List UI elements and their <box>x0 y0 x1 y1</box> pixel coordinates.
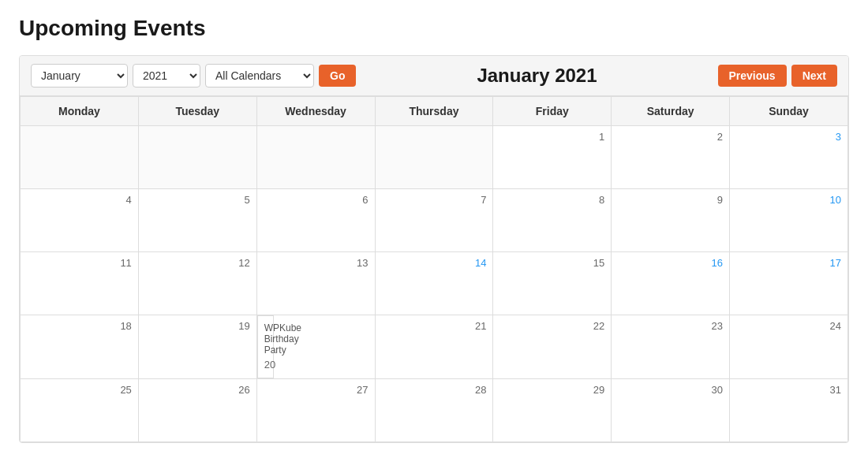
calendar-cell <box>375 126 493 189</box>
day-number: 14 <box>382 257 487 269</box>
day-number: 23 <box>618 320 723 332</box>
calendar-week-row: 11121314151617 <box>21 252 848 315</box>
year-select[interactable]: 2019 2020 2021 2022 2023 <box>133 64 200 88</box>
day-number: 28 <box>382 384 487 396</box>
header-saturday: Saturday <box>612 97 730 126</box>
day-number: 2 <box>618 131 723 143</box>
calendar-cell: 29 <box>493 379 612 442</box>
header-wednesday: Wednesday <box>256 97 375 126</box>
calendar-cell: 19 <box>138 315 256 379</box>
day-number: 3 <box>736 131 841 143</box>
calendar-cell: 21 <box>375 315 493 379</box>
calendar-cell <box>138 126 256 189</box>
calendar-wrapper: January February March April May June Ju… <box>19 55 849 443</box>
toolbar-right: Previous Next <box>718 65 838 87</box>
calendar-select[interactable]: All Calendars <box>205 64 314 88</box>
day-number: 17 <box>736 257 841 269</box>
calendar-cell: 26 <box>138 379 256 442</box>
day-number: 24 <box>736 320 841 332</box>
calendar-week-row: 123 <box>21 126 848 189</box>
calendar-cell: 14 <box>375 252 493 315</box>
calendar-cell: 13 <box>256 252 375 315</box>
calendar-cell: 28 <box>375 379 493 442</box>
day-number: 13 <box>264 257 369 269</box>
go-button[interactable]: Go <box>319 65 356 87</box>
calendar-cell: 23 <box>612 315 730 379</box>
calendar-header-row: Monday Tuesday Wednesday Thursday Friday… <box>21 97 848 126</box>
day-number: 29 <box>499 384 604 396</box>
day-number: 20 <box>264 359 275 371</box>
day-number: 21 <box>382 320 487 332</box>
day-number: 5 <box>145 194 250 206</box>
header-tuesday: Tuesday <box>138 97 256 126</box>
calendar-cell: 7 <box>375 189 493 252</box>
calendar-grid: Monday Tuesday Wednesday Thursday Friday… <box>20 96 848 442</box>
calendar-toolbar: January February March April May June Ju… <box>20 56 848 96</box>
page-title: Upcoming Events <box>19 16 849 41</box>
day-number: 30 <box>618 384 723 396</box>
calendar-cell: 2 <box>612 126 730 189</box>
day-number: 8 <box>499 194 604 206</box>
previous-button[interactable]: Previous <box>718 65 787 87</box>
calendar-cell: 1 <box>493 126 612 189</box>
calendar-cell: 10 <box>730 189 848 252</box>
calendar-cell: 18 <box>21 315 139 379</box>
calendar-cell: 16 <box>612 252 730 315</box>
next-button[interactable]: Next <box>791 65 837 87</box>
calendar-cell: 17 <box>730 252 848 315</box>
day-number: 9 <box>618 194 723 206</box>
calendar-week-row: 25262728293031 <box>21 379 848 442</box>
day-number: 26 <box>145 384 250 396</box>
calendar-cell <box>21 126 139 189</box>
header-friday: Friday <box>493 97 612 126</box>
calendar-cell: 31 <box>730 379 848 442</box>
calendar-cell: 5 <box>138 189 256 252</box>
day-number: 11 <box>27 257 132 269</box>
calendar-week-row: 1819WPKube Birthday Party2021222324 <box>21 315 848 379</box>
event-label[interactable]: WPKube Birthday Party <box>264 322 301 356</box>
calendar-cell: 30 <box>612 379 730 442</box>
calendar-cell: 3 <box>730 126 848 189</box>
header-sunday: Sunday <box>730 97 848 126</box>
calendar-cell: WPKube Birthday Party20 <box>257 315 274 378</box>
day-number: 25 <box>27 384 132 396</box>
day-number: 16 <box>618 257 723 269</box>
day-number: 4 <box>27 194 132 206</box>
toolbar-center: January 2021 <box>362 65 711 87</box>
calendar-cell: 25 <box>21 379 139 442</box>
calendar-cell: 12 <box>138 252 256 315</box>
day-number: 19 <box>145 320 250 332</box>
day-number: 18 <box>27 320 132 332</box>
calendar-week-row: 45678910 <box>21 189 848 252</box>
month-select[interactable]: January February March April May June Ju… <box>31 64 128 88</box>
calendar-cell: 24 <box>730 315 848 379</box>
day-number: 6 <box>264 194 369 206</box>
calendar-heading: January 2021 <box>477 65 597 86</box>
day-number: 10 <box>736 194 841 206</box>
calendar-cell: 6 <box>256 189 375 252</box>
calendar-cell <box>256 126 375 189</box>
day-number: 31 <box>736 384 841 396</box>
day-number: 27 <box>264 384 369 396</box>
header-monday: Monday <box>21 97 139 126</box>
day-number: 22 <box>499 320 604 332</box>
calendar-cell: 22 <box>493 315 612 379</box>
day-number: 12 <box>145 257 250 269</box>
calendar-cell: 15 <box>493 252 612 315</box>
calendar-cell: 11 <box>21 252 139 315</box>
toolbar-left: January February March April May June Ju… <box>31 64 356 88</box>
day-number: 15 <box>499 257 604 269</box>
calendar-cell: 27 <box>256 379 375 442</box>
day-number: 1 <box>499 131 604 143</box>
day-number: 7 <box>382 194 487 206</box>
calendar-cell: 8 <box>493 189 612 252</box>
calendar-cell: 4 <box>21 189 139 252</box>
header-thursday: Thursday <box>375 97 493 126</box>
calendar-cell: 9 <box>612 189 730 252</box>
